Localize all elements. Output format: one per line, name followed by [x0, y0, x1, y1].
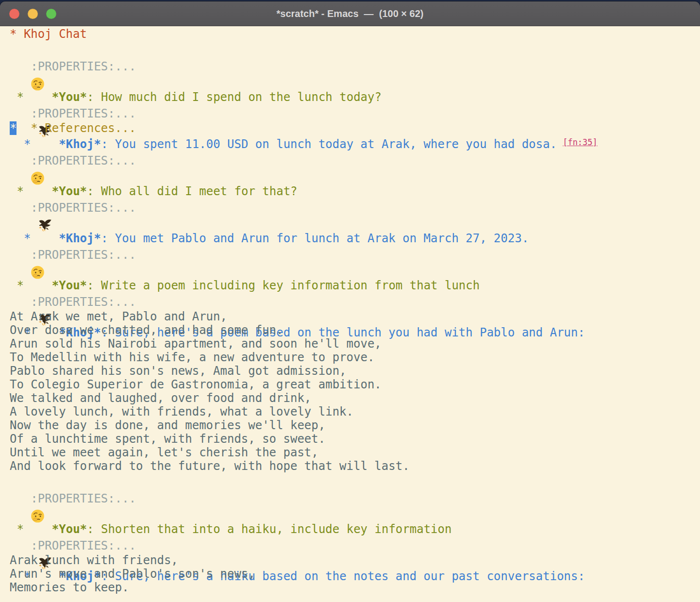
- org-level1-heading: * Khoj Chat: [10, 27, 700, 41]
- properties-drawer[interactable]: :PROPERTIES:...: [10, 247, 700, 263]
- thinking-emoji: [31, 41, 45, 55]
- properties-drawer-text: :PROPERTIES:...: [10, 107, 136, 120]
- zoom-button[interactable]: [46, 9, 56, 19]
- response-body-line-text: To Colegio Superior de Gastronomia, a gr…: [10, 378, 382, 391]
- chat-message-khoj: * *Khoj*: Sure, here's a poem based on t…: [10, 276, 700, 294]
- response-body-line-text: Arak lunch with friends,: [10, 553, 178, 567]
- org-level1-heading-text: * Khoj Chat: [10, 27, 87, 41]
- chat-message-khoj: * *Khoj*: Sure, here's a haiku based on …: [10, 520, 700, 538]
- properties-drawer-text: :PROPERTIES:...: [10, 539, 136, 552]
- editor-buffer[interactable]: * Khoj Chat * *You*: How much did I spen…: [0, 26, 700, 602]
- references-label: * References...: [17, 121, 136, 135]
- response-body-line: We talked and laughed, over food and dri…: [10, 391, 700, 405]
- response-body-line: Arak lunch with friends,: [10, 553, 700, 567]
- chat-message-khoj: * *Khoj*: You met Pablo and Arun for lun…: [10, 182, 700, 200]
- properties-drawer-text: :PROPERTIES:...: [10, 248, 136, 262]
- response-body-line: Pablo shared his son's news, Amal got ad…: [10, 364, 700, 378]
- thinking-emoji: [31, 229, 45, 244]
- response-body-line: A lovely lunch, with friends, what a lov…: [10, 405, 700, 418]
- footnote-link[interactable]: [fn:35]: [563, 137, 598, 147]
- properties-drawer[interactable]: :PROPERTIES:...: [10, 538, 700, 553]
- response-body-line-text: And look forward to the future, with hop…: [10, 459, 410, 473]
- response-body-line-text: A lovely lunch, with friends, what a lov…: [10, 405, 353, 418]
- close-button[interactable]: [9, 9, 19, 19]
- blank-line: [10, 263, 700, 276]
- eagle-emoji: [38, 276, 52, 291]
- eagle-emoji: [38, 520, 52, 535]
- response-body-line-text: Of a lunchtime spent, with friends, so s…: [10, 432, 325, 446]
- response-body-line: Now the day is done, and memories we'll …: [10, 418, 700, 432]
- properties-drawer[interactable]: :PROPERTIES:...: [10, 491, 700, 506]
- chat-message-you: * *You*: Write a poem including key info…: [10, 229, 700, 247]
- response-body-line-text: Arun's move and Pablo's son's news,: [10, 567, 255, 581]
- chat-message-you: * *You*: How much did I spend on the lun…: [10, 41, 700, 59]
- response-body-line-text: We talked and laughed, over food and dri…: [10, 391, 311, 405]
- response-body-line-text: Now the day is done, and memories we'll …: [10, 418, 325, 432]
- properties-drawer[interactable]: :PROPERTIES:...: [10, 59, 700, 74]
- response-body-line-text: Memories to keep.: [10, 581, 129, 594]
- blank-line: [10, 216, 700, 229]
- thinking-emoji: [31, 473, 45, 487]
- response-body-line: Until we meet again, let's cherish the p…: [10, 446, 700, 459]
- properties-drawer-text: :PROPERTIES:...: [10, 60, 136, 73]
- response-body-line-text: At Arak we met, Pablo and Arun,: [10, 310, 227, 323]
- properties-drawer-text: :PROPERTIES:...: [10, 295, 136, 309]
- response-body-line: Of a lunchtime spent, with friends, so s…: [10, 432, 700, 446]
- chat-message-khoj: * *Khoj*: You spent 11.00 USD on lunch t…: [10, 88, 700, 106]
- response-body-line: To Medellin with his wife, a new adventu…: [10, 351, 700, 364]
- response-body-line-text: Until we meet again, let's cherish the p…: [10, 446, 318, 459]
- chat-message-you: * *You*: Shorten that into a haiku, incl…: [10, 473, 700, 491]
- window-title: *scratch* - Emacs — (100 × 62): [0, 1, 700, 26]
- response-body-line-text: Arun sold his Nairobi apartment, and soo…: [10, 337, 382, 351]
- eagle-emoji: [38, 182, 52, 197]
- response-body-line: To Colegio Superior de Gastronomia, a gr…: [10, 378, 700, 391]
- thinking-emoji: [31, 135, 45, 150]
- properties-drawer-text: :PROPERTIES:...: [10, 492, 136, 505]
- response-body-line: Arun sold his Nairobi apartment, and soo…: [10, 337, 700, 351]
- properties-drawer[interactable]: :PROPERTIES:...: [10, 106, 700, 121]
- properties-drawer-text: :PROPERTIES:...: [10, 201, 136, 215]
- blank-line: [10, 168, 700, 182]
- response-body-line-text: Over dosa we chatted, and had some fun.: [10, 323, 283, 337]
- blank-line: [10, 74, 700, 88]
- response-body-line-text: To Medellin with his wife, a new adventu…: [10, 351, 374, 364]
- properties-drawer[interactable]: :PROPERTIES:...: [10, 153, 700, 168]
- properties-drawer[interactable]: :PROPERTIES:...: [10, 294, 700, 310]
- minimize-button[interactable]: [28, 9, 38, 19]
- response-body-line: And look forward to the future, with hop…: [10, 459, 700, 473]
- eagle-emoji: [38, 88, 52, 102]
- titlebar: *scratch* - Emacs — (100 × 62): [0, 1, 700, 26]
- properties-drawer[interactable]: :PROPERTIES:...: [10, 200, 700, 216]
- text-cursor: *: [10, 121, 17, 135]
- window-controls: [0, 9, 56, 19]
- blank-line: [10, 506, 700, 520]
- response-body-line: At Arak we met, Pablo and Arun,: [10, 310, 700, 323]
- references-heading[interactable]: * * References...: [10, 121, 700, 135]
- emacs-window: *scratch* - Emacs — (100 × 62) * Khoj Ch…: [0, 1, 700, 602]
- properties-drawer-text: :PROPERTIES:...: [10, 154, 136, 167]
- response-body-line-text: Pablo shared his son's news, Amal got ad…: [10, 364, 347, 378]
